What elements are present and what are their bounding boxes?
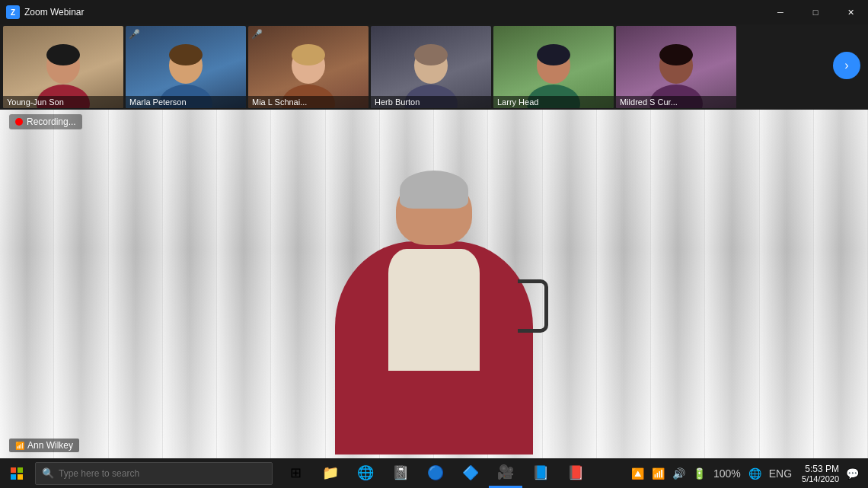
participant-p1: Young-Jun Son bbox=[3, 26, 123, 108]
main-speaker-area bbox=[0, 110, 868, 458]
participant-name: Marla Peterson bbox=[126, 96, 246, 108]
lang-indicator[interactable]: ENG bbox=[767, 467, 794, 480]
participant-p4: Herb Burton bbox=[371, 26, 491, 108]
recording-dot bbox=[15, 118, 23, 126]
notification-center-button[interactable]: 💬 bbox=[842, 458, 862, 488]
participant-name: Mia L Schnai... bbox=[248, 96, 369, 108]
taskbar-app-ie[interactable]: 🔷 bbox=[454, 458, 487, 488]
participant-name: Larry Head bbox=[493, 96, 614, 108]
window-title: Zoom Webinar bbox=[24, 7, 84, 18]
speaker-body bbox=[335, 241, 533, 455]
participant-name: Young-Jun Son bbox=[3, 96, 123, 108]
tray-battery-icon[interactable]: 🔋 bbox=[691, 467, 708, 480]
clock-date: 5/14/2020 bbox=[802, 474, 839, 483]
blind-slat bbox=[760, 110, 814, 458]
recording-indicator: Recording... bbox=[9, 114, 82, 129]
taskbar-app-chrome[interactable]: 🔵 bbox=[419, 458, 452, 488]
speaker-name-label: 📶 Ann Wilkey bbox=[9, 439, 79, 452]
blind-slat bbox=[0, 110, 54, 458]
clock-time: 5:53 PM bbox=[805, 464, 839, 474]
taskbar-app-word[interactable]: 📘 bbox=[524, 458, 557, 488]
taskbar-app-edge[interactable]: 🌐 bbox=[349, 458, 382, 488]
windows-logo-icon bbox=[11, 467, 23, 480]
participant-p5: Larry Head bbox=[493, 26, 614, 108]
svg-point-7 bbox=[292, 44, 325, 65]
taskbar-app-file-explorer[interactable]: 📁 bbox=[314, 458, 347, 488]
taskbar-apps: ⊞📁🌐📓🔵🔷🎥📘📕 bbox=[276, 458, 623, 488]
tray-expand-icon[interactable]: 🔼 bbox=[629, 467, 646, 480]
svg-point-1 bbox=[46, 44, 80, 65]
taskbar-app-acrobat[interactable]: 📕 bbox=[559, 458, 592, 488]
participant-p2: Marla Peterson 🎤 bbox=[126, 26, 246, 108]
svg-rect-18 bbox=[11, 467, 16, 473]
speaker-name-text: Ann Wilkey bbox=[27, 440, 73, 451]
mute-icon: 🎤 bbox=[251, 29, 263, 40]
network-connect-icon[interactable]: 🌐 bbox=[746, 467, 764, 480]
blind-slat bbox=[217, 110, 271, 458]
minimize-button[interactable]: ─ bbox=[763, 0, 798, 24]
participant-p3: Mia L Schnai... 🎤 bbox=[248, 26, 369, 108]
speaker-head bbox=[396, 177, 472, 245]
svg-point-4 bbox=[169, 44, 203, 65]
titlebar: Z Zoom Webinar ─ □ ✕ bbox=[0, 0, 868, 24]
taskbar-tray: 🔼 📶 🔊 🔋 100% 🌐 ENG 5:53 PM 5/14/2020 💬 bbox=[623, 458, 868, 488]
blind-slat bbox=[814, 110, 868, 458]
system-clock[interactable]: 5:53 PM 5/14/2020 bbox=[802, 464, 839, 483]
speaker-figure bbox=[274, 177, 594, 458]
svg-rect-21 bbox=[18, 474, 23, 480]
taskbar-app-onenote[interactable]: 📓 bbox=[384, 458, 417, 488]
tray-wifi-icon[interactable]: 📶 bbox=[649, 467, 667, 480]
svg-rect-20 bbox=[11, 474, 16, 480]
blind-slat bbox=[597, 110, 651, 458]
battery-percent: 100% bbox=[711, 467, 743, 480]
tray-sound-icon[interactable]: 🔊 bbox=[670, 467, 688, 480]
blind-slat bbox=[109, 110, 163, 458]
zoom-video-area: Young-Jun Son Marla Peterson 🎤 bbox=[0, 24, 868, 458]
signal-strength-icon: 📶 bbox=[15, 442, 24, 450]
mute-icon: 🎤 bbox=[129, 29, 140, 40]
taskbar-app-zoom[interactable]: 🎥 bbox=[489, 458, 522, 488]
blind-slat bbox=[705, 110, 759, 458]
blind-slat bbox=[163, 110, 217, 458]
taskbar-app-task-view[interactable]: ⊞ bbox=[279, 458, 312, 488]
taskbar-search[interactable]: 🔍 bbox=[35, 462, 273, 485]
window-controls: ─ □ ✕ bbox=[763, 0, 868, 24]
headset bbox=[518, 279, 548, 333]
maximize-button[interactable]: □ bbox=[798, 0, 833, 24]
speaker-inner-shirt bbox=[388, 249, 480, 371]
search-input[interactable] bbox=[59, 468, 266, 479]
blind-slat bbox=[54, 110, 108, 458]
participant-strip: Young-Jun Son Marla Peterson 🎤 bbox=[0, 24, 868, 110]
zoom-app-icon: Z bbox=[6, 5, 20, 19]
close-button[interactable]: ✕ bbox=[833, 0, 868, 24]
recording-text: Recording... bbox=[27, 116, 76, 127]
windows-taskbar: 🔍 ⊞📁🌐📓🔵🔷🎥📘📕 🔼 📶 🔊 🔋 100% 🌐 ENG 5:53 PM 5… bbox=[0, 458, 868, 488]
svg-rect-19 bbox=[18, 467, 23, 473]
participant-name: Herb Burton bbox=[371, 96, 491, 108]
start-button[interactable] bbox=[0, 458, 34, 488]
svg-point-13 bbox=[537, 44, 570, 65]
search-icon: 🔍 bbox=[42, 467, 54, 479]
participant-name: Mildred S Cur... bbox=[616, 96, 736, 108]
participant-p6: Mildred S Cur... bbox=[616, 26, 736, 108]
svg-point-16 bbox=[659, 44, 693, 65]
speaker-hair bbox=[400, 171, 468, 209]
blind-slat bbox=[651, 110, 705, 458]
next-participant-button[interactable]: › bbox=[833, 52, 860, 79]
svg-point-10 bbox=[414, 44, 448, 65]
